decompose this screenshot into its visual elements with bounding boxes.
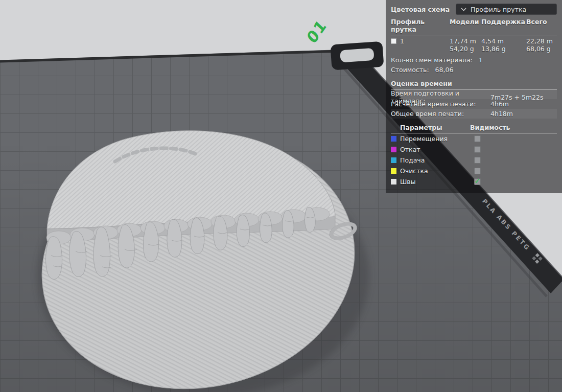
- deretractions-color-swatch: [391, 157, 396, 163]
- visibility-header: Видимость: [470, 124, 557, 131]
- col-total: Всего: [526, 18, 557, 26]
- color-scheme-dropdown[interactable]: Профиль прутка: [456, 4, 557, 15]
- print-stats-panel: Цветовая схема Профиль прутка Профиль пр…: [386, 0, 562, 193]
- travels-color-swatch: [391, 136, 396, 142]
- legend-row-seams: Швы: [391, 176, 557, 187]
- legend-row-wipe: Очистка: [391, 166, 557, 176]
- legend-row-retractions: Откат: [391, 144, 557, 155]
- legend-row-travels: Перемещения: [391, 133, 557, 144]
- wipe-label: Очистка: [400, 167, 470, 175]
- chevron-down-icon: [461, 8, 466, 11]
- deretractions-label: Подача: [400, 156, 470, 164]
- color-scheme-label: Цветовая схема: [391, 6, 450, 13]
- legend-row-deretractions: Подача: [391, 155, 557, 166]
- seams-color-swatch: [391, 179, 396, 185]
- legend-header-row: Параметры Видимость: [391, 121, 557, 133]
- material-changes-value: 1: [479, 56, 483, 64]
- color-scheme-row: Цветовая схема Профиль прутка: [391, 2, 557, 16]
- models-usage-cell: 17,74 m 54,20 g: [450, 37, 481, 53]
- filament-name: 1: [400, 37, 404, 45]
- estimated-print-time-row: Расчётное время печати: 4h6m: [391, 99, 557, 109]
- params-header: Параметры: [400, 124, 470, 131]
- material-changes-row: Кол-во смен материала: 1: [391, 55, 557, 65]
- col-filament-profile: Профиль прутка: [391, 18, 450, 33]
- seams-label: Швы: [400, 178, 470, 186]
- time-estimate-title: Оценка времени: [391, 77, 557, 89]
- retractions-label: Откат: [400, 146, 470, 153]
- slicer-preview-window: 01 PLA ABS PETG Цветовая схема Профиль п…: [0, 0, 562, 392]
- cost-label: Стоимость:: [391, 66, 429, 74]
- estimated-print-time-label: Расчётное время печати:: [391, 100, 490, 108]
- travels-label: Перемещения: [400, 135, 470, 143]
- total-usage-cell: 22,28 m 68,06 g: [526, 37, 557, 53]
- total-print-time-value: 4h18m: [490, 110, 557, 118]
- total-print-time-label: Общее время печати:: [391, 110, 490, 118]
- color-scheme-value: Профиль прутка: [471, 6, 526, 13]
- retractions-visibility-checkbox[interactable]: [474, 146, 481, 153]
- retractions-color-swatch: [391, 147, 396, 152]
- filament-table-header: Профиль прутка Модели Поддержка Всего: [391, 16, 557, 35]
- wipe-visibility-checkbox[interactable]: [474, 168, 481, 174]
- total-print-time-row: Общее время печати: 4h18m: [391, 109, 557, 119]
- col-support: Поддержка: [481, 18, 526, 26]
- support-usage-cell: 4,54 m 13,86 g: [481, 37, 526, 53]
- cost-row: Стоимость: 68,06: [391, 65, 557, 75]
- sheet-tab: [330, 41, 384, 71]
- travels-visibility-checkbox[interactable]: [474, 135, 481, 142]
- material-changes-label: Кол-во смен материала:: [391, 56, 473, 64]
- bed-back-edge: [0, 51, 356, 61]
- seams-visibility-checkbox[interactable]: [474, 178, 481, 185]
- filament-table-row: 1 17,74 m 54,20 g 4,54 m 13,86 g 22,28 m…: [391, 35, 557, 55]
- col-models: Модели: [450, 18, 481, 26]
- cost-value: 68,06: [435, 66, 454, 74]
- filament-color-swatch: [391, 38, 396, 44]
- prep-time-row: Время подготовки и таймлапс: 7m27s + 5m2…: [391, 89, 557, 99]
- deretractions-visibility-checkbox[interactable]: [474, 157, 481, 164]
- wipe-color-swatch: [391, 168, 396, 174]
- estimated-print-time-value: 4h6m: [490, 100, 557, 108]
